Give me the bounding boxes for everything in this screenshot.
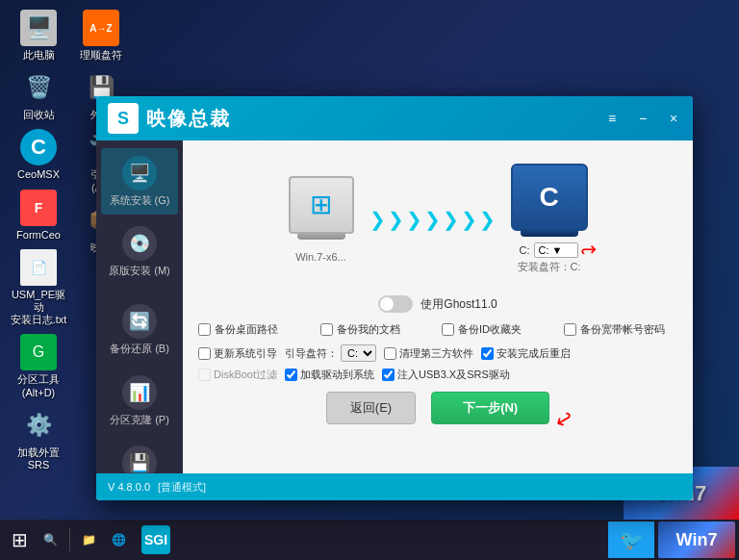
sidebar-item-original-install[interactable]: 💿 原版安装 (M)	[101, 218, 178, 285]
recycle-label: 回收站	[23, 109, 55, 121]
target-drive-selector: C: C: ▼ ↩	[520, 242, 579, 258]
buttons-row: 返回(E) 下一步(N) ↩	[198, 392, 677, 424]
ceomsx-label: CeoMSX	[17, 168, 60, 181]
option-boot-symbol: 引导盘符： C: D:	[285, 344, 376, 362]
source-drive-label: Win.7-x6...	[295, 251, 346, 263]
checkbox-usb3[interactable]	[382, 369, 395, 381]
options-row3: DiskBoot过滤 加载驱动到系统 注入USB3.X及SRS驱动	[198, 368, 677, 382]
option-clear-third[interactable]: 清理第三方软件	[384, 346, 473, 361]
label-boot-symbol: 引导盘符：	[285, 346, 338, 361]
addon-srs-label: 加载外置SRS	[10, 446, 67, 471]
back-button[interactable]: 返回(E)	[326, 392, 416, 424]
ghost-toggle-label: 使用Ghost11.0	[420, 296, 497, 313]
checkbox-clear-third[interactable]	[384, 347, 396, 360]
arrow-chevron-4: ❯	[424, 208, 441, 231]
options-row1: 备份桌面路径 备份我的文档 备份ID收藏夹 备份宽带帐号密码	[198, 322, 677, 337]
checkbox-backup-desktop[interactable]	[198, 323, 211, 336]
taskbar-ie[interactable]: 🌐	[104, 522, 134, 557]
desktop-icon-formceo[interactable]: F FormCeo	[10, 190, 67, 242]
app-logo: S	[108, 103, 139, 134]
taskbar-divider-1	[69, 528, 70, 551]
arrow-chevron-5: ❯	[443, 208, 459, 231]
label-backup-favorites: 备份ID收藏夹	[458, 322, 522, 337]
app-title: 映像总裁	[146, 106, 231, 132]
next-button[interactable]: 下一步(N)	[431, 392, 549, 424]
search-button[interactable]: 🔍	[36, 522, 65, 557]
source-drive: ⊞ Win.7-x6...	[289, 176, 354, 263]
close-button[interactable]: ×	[662, 107, 685, 130]
ceomsx-icon: C	[20, 129, 57, 165]
option-backup-desktop[interactable]: 备份桌面路径	[198, 322, 313, 337]
window-titlebar: S 映像总裁 ≡ − ×	[96, 96, 693, 140]
partition-label: 分区工具(Alt+D)	[17, 373, 60, 398]
desktop-icon-usm-pe[interactable]: 📄 USM_PE驱动安装日志.txt	[10, 249, 67, 327]
desktop-icon-recycle[interactable]: 🗑️ 回收站	[10, 69, 67, 121]
desktop-icon-computer[interactable]: 🖥️ 此电脑	[10, 10, 67, 62]
arrow-chevron-6: ❯	[461, 208, 477, 231]
checkbox-backup-favorites[interactable]	[442, 323, 454, 336]
usm-pe-label: USM_PE驱动安装日志.txt	[10, 289, 67, 327]
partition-icon: G	[20, 334, 57, 370]
source-drive-box: ⊞	[289, 176, 354, 234]
target-drive-icon: C	[511, 164, 588, 231]
file-explorer-icon: 📁	[82, 533, 96, 547]
label-usb3: 注入USB3.X及SRS驱动	[397, 368, 510, 382]
desktop-icon-az[interactable]: A→Z 理顺盘符	[72, 10, 130, 62]
label-backup-desktop: 备份桌面路径	[215, 322, 278, 337]
start-button[interactable]: ⊞	[4, 522, 36, 557]
app-window: S 映像总裁 ≡ − × 🖥️ 系统安装 (G) 💿 原版安装 (M) 🔄 备份	[96, 96, 693, 500]
option-backup-favorites[interactable]: 备份ID收藏夹	[442, 322, 556, 337]
status-version: V 4.8.0.0	[108, 481, 150, 493]
desktop-icon-partition[interactable]: G 分区工具(Alt+D)	[10, 334, 67, 398]
sidebar-label-backup-restore: 备份还原 (B)	[110, 343, 169, 355]
window-content: ⊞ Win.7-x6... ❯ ❯ ❯ ❯ ❯ ❯ ❯ C	[183, 140, 693, 473]
target-drive-text: C:	[520, 244, 530, 256]
next-red-arrow: ↩	[550, 404, 578, 435]
checkbox-add-driver[interactable]	[285, 369, 297, 381]
label-backup-wifi: 备份宽带帐号密码	[580, 322, 665, 337]
toggle-knob	[380, 297, 394, 311]
desktop: 🖥️ 此电脑 🗑️ 回收站 C CeoMSX F FormCeo 📄 USM_P…	[0, 0, 739, 560]
option-auto-restart[interactable]: 安装完成后重启	[481, 346, 571, 361]
checkbox-backup-doc[interactable]	[320, 323, 333, 336]
red-arrow-indicator: ↩	[580, 239, 597, 262]
checkbox-diskboot	[198, 369, 211, 381]
target-drive-letter: C	[539, 182, 558, 213]
status-mode: [普通模式]	[158, 480, 206, 495]
formceo-label: FormCeo	[16, 229, 61, 242]
dropdown-value: C:	[539, 244, 552, 256]
option-diskboot[interactable]: DiskBoot过滤	[198, 368, 277, 382]
checkbox-update-boot[interactable]	[198, 347, 211, 360]
computer-label: 此电脑	[23, 49, 55, 62]
window-sidebar: 🖥️ 系统安装 (G) 💿 原版安装 (M) 🔄 备份还原 (B) 📊 分区克隆…	[96, 140, 183, 473]
win7-taskbar-text: Win7	[676, 530, 718, 550]
option-add-driver[interactable]: 加载驱动到系统	[285, 368, 374, 382]
sidebar-label-original-install: 原版安装 (M)	[109, 265, 170, 277]
taskbar: ⊞ 🔍 📁 🌐 SGI 🐦 Win7	[0, 520, 739, 560]
desktop-icon-addon-srs[interactable]: ⚙️ 加载外置SRS	[10, 407, 67, 471]
label-add-driver: 加载驱动到系统	[300, 368, 374, 382]
twitter-button[interactable]: 🐦	[608, 522, 654, 558]
arrow-chevron-7: ❯	[479, 208, 496, 231]
minimize-button[interactable]: −	[631, 107, 654, 130]
sidebar-item-system-install[interactable]: 🖥️ 系统安装 (G)	[101, 148, 178, 215]
boot-symbol-select[interactable]: C: D:	[341, 344, 376, 362]
menu-button[interactable]: ≡	[600, 107, 624, 130]
taskbar-file-explorer[interactable]: 📁	[74, 522, 104, 557]
win7-taskbar-logo: Win7	[658, 522, 735, 558]
sidebar-item-partition-clone[interactable]: 📊 分区克隆 (P)	[101, 368, 178, 434]
label-clear-third: 清理第三方软件	[399, 346, 473, 361]
option-update-boot[interactable]: 更新系统引导	[198, 346, 277, 361]
checkbox-auto-restart[interactable]	[481, 347, 494, 360]
checkbox-backup-wifi[interactable]	[564, 323, 576, 336]
sidebar-label-system-install: 系统安装 (G)	[110, 194, 170, 207]
desktop-icon-ceomsx[interactable]: C CeoMSX	[10, 129, 67, 181]
sidebar-item-backup-restore[interactable]: 🔄 备份还原 (B)	[101, 296, 178, 363]
option-backup-doc[interactable]: 备份我的文档	[320, 322, 435, 337]
option-backup-wifi[interactable]: 备份宽带帐号密码	[564, 322, 678, 337]
sgi-app-icon: SGI	[141, 525, 170, 554]
taskbar-sgi-app[interactable]: SGI	[134, 522, 178, 557]
option-usb3[interactable]: 注入USB3.X及SRS驱动	[382, 368, 510, 382]
target-drive-dropdown[interactable]: C: ▼ ↩	[534, 242, 579, 258]
ghost-toggle[interactable]	[378, 295, 413, 313]
